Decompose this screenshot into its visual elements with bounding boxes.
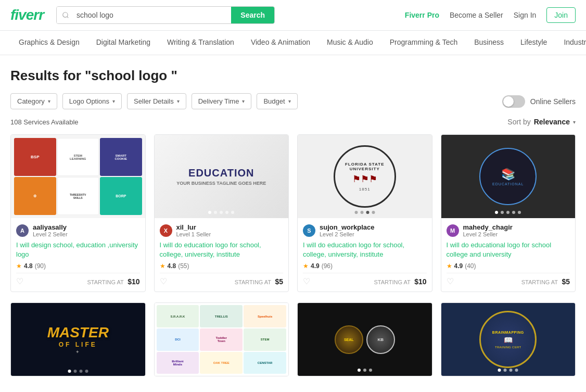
- card-thumbnail-6: S.R.A.R.K TRELLIS Speelhuis DCI ToddlerT…: [155, 303, 289, 376]
- seller-level-2: Level 1 Seller: [176, 231, 211, 237]
- heart-icon-1[interactable]: ♡: [16, 276, 23, 286]
- master-life-logo: MASTER OF LIFE ✦: [47, 324, 109, 355]
- seller-name-3: sujon_workplace: [320, 223, 374, 231]
- header: fiverr Search Fiverr Pro Become a Seller…: [0, 0, 586, 31]
- card-body-1: A aaliyasally Level 2 Seller I will desi…: [11, 218, 145, 292]
- price-4: $5: [562, 277, 570, 286]
- card-thumbnail-7: SEAL KB: [298, 303, 432, 376]
- nav-item-music[interactable]: Music & Audio: [319, 31, 381, 55]
- avatar-4: M: [447, 224, 459, 237]
- mini-logo: ⚙: [14, 177, 56, 215]
- nav-item-video[interactable]: Video & Animation: [243, 31, 319, 55]
- sort-value[interactable]: Relevance: [534, 118, 570, 126]
- carousel-dots-2: [208, 211, 234, 214]
- fiverr-pro-link[interactable]: Fiverr Pro: [405, 11, 439, 19]
- become-seller-link[interactable]: Become a Seller: [450, 11, 503, 19]
- price-1: $10: [128, 277, 139, 286]
- filters-bar: Category ▾ Logo Options ▾ Seller Details…: [10, 93, 576, 109]
- star-icon: ★: [16, 262, 22, 270]
- rating-value-3: 4.9: [311, 262, 320, 270]
- card-footer-1: ♡ STARTING AT $10: [16, 273, 140, 286]
- result-card-1[interactable]: BSP STEMLEARNING SMARTCOOKIE ⚙ THREESIXT…: [10, 134, 146, 292]
- result-card-4[interactable]: 📚 EDUCATIONAL M mahedy_chagir: [441, 134, 576, 292]
- rating-2: ★ 4.8 (55): [160, 262, 284, 270]
- rating-value-4: 4.9: [454, 262, 463, 270]
- card-title-2: I will do education logo for school, col…: [160, 241, 284, 259]
- rating-1: ★ 4.8 (90): [16, 262, 140, 270]
- seller-info-4: M mahedy_chagir Level 2 Seller: [447, 223, 570, 237]
- rating-count-1: (90): [35, 262, 46, 270]
- result-card-7[interactable]: SEAL KB: [297, 302, 432, 376]
- mini-logo: STEMLEARNING: [57, 138, 99, 176]
- sort-by: Sort by Relevance ▾: [507, 118, 576, 126]
- heart-icon-4[interactable]: ♡: [447, 276, 454, 286]
- nav-item-industries[interactable]: Industries NEW: [555, 31, 586, 55]
- thumb-text-2: EDUCATION YOUR BUSINESS TAGLINE GOES HER…: [155, 135, 289, 218]
- card-footer-4: ♡ STARTING AT $5: [447, 273, 570, 286]
- colorful-logos-grid: S.R.A.R.K TRELLIS Speelhuis DCI ToddlerT…: [155, 303, 289, 376]
- online-sellers-toggle[interactable]: [502, 95, 525, 108]
- result-card-3[interactable]: FLORIDA STATE UNIVERSITY ⚑⚑⚑ 1851 S sujo…: [297, 134, 432, 292]
- filter-seller-details[interactable]: Seller Details ▾: [127, 93, 186, 109]
- star-icon: ★: [447, 262, 452, 270]
- seller-level-3: Level 2 Seller: [320, 231, 374, 237]
- svg-line-1: [67, 17, 69, 18]
- rating-count-3: (96): [322, 262, 333, 270]
- filter-logo-options[interactable]: Logo Options ▾: [62, 93, 122, 109]
- heart-icon-2[interactable]: ♡: [160, 276, 167, 286]
- svg-point-0: [63, 12, 68, 17]
- card-thumbnail-4: 📚 EDUCATIONAL: [441, 135, 576, 218]
- avatar-2: X: [160, 224, 172, 237]
- dark-circle-logo: 📚 EDUCATIONAL: [479, 148, 537, 205]
- nav-item-lifestyle[interactable]: Lifestyle: [512, 31, 555, 55]
- mini-logo: SMARTCOOKIE: [100, 138, 142, 176]
- card-footer-3: ♡ STARTING AT $10: [303, 273, 427, 286]
- carousel-dots-5: [68, 370, 88, 373]
- nav-item-writing[interactable]: Writing & Translation: [159, 31, 243, 55]
- filter-budget[interactable]: Budget ▾: [257, 93, 297, 109]
- sign-in-link[interactable]: Sign In: [514, 11, 537, 19]
- search-button[interactable]: Search: [231, 7, 274, 23]
- nav-item-graphics[interactable]: Graphics & Design: [10, 31, 88, 55]
- result-card-8[interactable]: BRAINMAPPING 📖 TRAINING CERT: [441, 302, 576, 376]
- mini-logo: BORP: [100, 177, 142, 215]
- online-sellers-toggle-area: Online Sellers: [502, 95, 576, 108]
- star-icon: ★: [160, 262, 165, 270]
- join-button[interactable]: Join: [546, 7, 576, 23]
- heart-icon-3[interactable]: ♡: [303, 276, 310, 286]
- sort-label: Sort by: [507, 118, 530, 126]
- logo[interactable]: fiverr: [10, 7, 44, 23]
- card-body-4: M mahedy_chagir Level 2 Seller I will do…: [441, 218, 576, 292]
- result-card-2[interactable]: EDUCATION YOUR BUSINESS TAGLINE GOES HER…: [154, 134, 289, 292]
- cert-logo: BRAINMAPPING 📖 TRAINING CERT: [479, 311, 537, 368]
- seller-name-4: mahedy_chagir: [463, 223, 513, 231]
- seller-level-4: Level 2 Seller: [463, 231, 513, 237]
- nav-item-business[interactable]: Business: [466, 31, 512, 55]
- card-thumbnail-2: EDUCATION YOUR BUSINESS TAGLINE GOES HER…: [155, 135, 289, 218]
- rating-count-2: (55): [178, 262, 189, 270]
- result-card-6[interactable]: S.R.A.R.K TRELLIS Speelhuis DCI ToddlerT…: [154, 302, 289, 376]
- carousel-dots-8: [498, 369, 518, 372]
- chevron-down-icon: ▾: [288, 98, 291, 104]
- carousel-dots-4: [495, 211, 521, 214]
- filter-category[interactable]: Category ▾: [10, 93, 57, 109]
- avatar-3: S: [303, 224, 315, 237]
- rating-3: ★ 4.9 (96): [303, 262, 427, 270]
- price-2: $5: [275, 277, 283, 286]
- price-3: $10: [414, 277, 426, 286]
- carousel-dots: [65, 211, 91, 214]
- rating-value-2: 4.8: [168, 262, 176, 270]
- nav-item-programming[interactable]: Programming & Tech: [381, 31, 466, 55]
- fsu-seal: FLORIDA STATE UNIVERSITY ⚑⚑⚑ 1851: [334, 145, 396, 208]
- mini-logo: BSP: [14, 138, 56, 176]
- chevron-down-icon: ▾: [177, 98, 180, 104]
- price-info-2: STARTING AT $5: [235, 277, 283, 286]
- card-title-4: I will do educational logo for school co…: [447, 241, 570, 259]
- card-title-1: I will design school, education ,univers…: [16, 241, 140, 259]
- filter-delivery-time[interactable]: Delivery Time ▾: [192, 93, 252, 109]
- card-thumbnail-5: MASTER OF LIFE ✦: [11, 303, 145, 376]
- results-title: Results for "school logo ": [10, 68, 576, 84]
- result-card-5[interactable]: MASTER OF LIFE ✦: [10, 302, 146, 376]
- nav-item-digital-marketing[interactable]: Digital Marketing: [88, 31, 159, 55]
- search-input[interactable]: [74, 7, 231, 23]
